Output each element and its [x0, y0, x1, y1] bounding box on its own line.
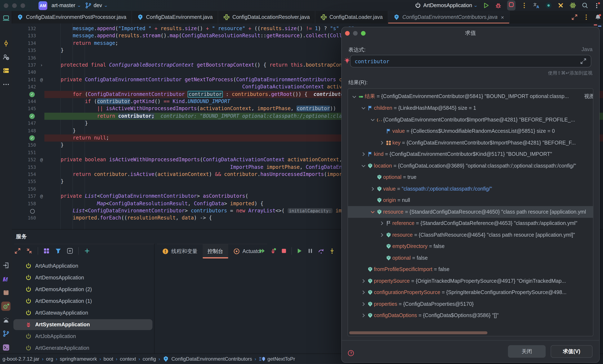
lightbulb-icon[interactable] — [344, 57, 350, 64]
chevron-right-icon[interactable] — [360, 290, 366, 295]
tree-row[interactable]: optional = false — [348, 252, 593, 264]
tab-ConfigDataEnvironmentContributors[interactable]: ConfigDataEnvironmentContributors.java× — [388, 11, 510, 23]
stop-icon[interactable] — [508, 1, 515, 8]
grid-icon[interactable] — [43, 247, 50, 254]
terminal-icon[interactable] — [1, 343, 11, 352]
breadcrumb-item-org[interactable]: org — [46, 356, 53, 362]
horizontal-scrollbar[interactable] — [349, 331, 487, 334]
tree-row[interactable]: resource = {ClassPathResource@4654} "cla… — [348, 229, 593, 241]
chevron-right-icon[interactable] — [370, 186, 376, 192]
view-link[interactable]: 视图 — [584, 93, 593, 100]
breadcrumb-item-config[interactable]: config — [143, 356, 156, 362]
evaluate-button[interactable]: 求值(V) — [551, 345, 592, 358]
close-icon[interactable]: × — [501, 14, 504, 20]
laptop-icon[interactable] — [1, 13, 11, 23]
breadcrumb-item-context[interactable]: context — [120, 356, 136, 362]
play-icon[interactable] — [483, 2, 489, 9]
breakpoint-verified-icon[interactable]: ✓ — [29, 114, 35, 119]
tree-row[interactable]: {..}{ConfigDataEnvironmentContributor$Im… — [348, 114, 593, 125]
more-icon[interactable] — [1, 80, 11, 89]
tab-ConfigDataEnvironmentPostProcessor[interactable]: ConfigDataEnvironmentPostProcessor.java — [12, 11, 132, 23]
fold-arrow-icon[interactable]: › — [38, 62, 44, 69]
tree-row[interactable]: value = "classpath:/;optional:classpath:… — [348, 183, 593, 195]
kebab-icon[interactable] — [583, 14, 590, 21]
service-item-ArtJobApplication[interactable]: ArtJobApplication — [13, 331, 152, 342]
debug-tab-控制台[interactable]: 控制台 — [202, 244, 228, 258]
breadcrumb-item-g-boot-2.7.12.jar[interactable]: g-boot-2.7.12.jar — [2, 356, 39, 362]
chevron-down-icon[interactable] — [360, 105, 366, 111]
mlogo-icon[interactable]: M — [1, 274, 11, 283]
step-into-icon[interactable] — [329, 247, 336, 254]
pause-icon[interactable] — [307, 247, 314, 254]
expand-field-icon[interactable] — [580, 58, 587, 65]
step-over-icon[interactable] — [318, 247, 325, 254]
bell-icon[interactable] — [595, 14, 601, 21]
kebab-dot-icon[interactable] — [594, 2, 601, 9]
tree-row[interactable]: optional = true — [348, 172, 593, 183]
run-config-selector[interactable]: ArtDemosApplication ⌄ — [414, 2, 477, 9]
tree-row[interactable]: children = {LinkedHashMap@5845} size = 1 — [348, 102, 593, 114]
tree-row[interactable]: configurationPropertySource = {SpringIte… — [348, 287, 593, 298]
service-item-ArtAuthApplication[interactable]: ArtAuthApplication — [13, 260, 152, 271]
breadcrumb-item-ConfigDataEnvironmentContributors[interactable]: ConfigDataEnvironmentContributors — [162, 356, 252, 362]
resume-all-icon[interactable] — [259, 247, 266, 254]
add-tab-icon[interactable] — [67, 247, 73, 254]
chevron-right-icon[interactable] — [360, 278, 366, 284]
tree-row[interactable]: configDataOptions = {ConfigData$Options@… — [348, 310, 593, 321]
breadcrumb-item-getNextToPr[interactable]: getNextToPr — [259, 356, 295, 362]
tree-row[interactable]: location = {ConfigDataLocation@3689} "op… — [348, 160, 593, 172]
stop-solid-icon[interactable] — [280, 247, 287, 254]
tree-row[interactable]: properties = {ConfigDataProperties@5170} — [348, 298, 593, 310]
debug-tab-线程和变量[interactable]: 线程和变量 — [157, 244, 202, 258]
tab-ConfigDataLoader[interactable]: ConfigDataLoader.java — [315, 11, 388, 23]
gutter-circle-icon[interactable] — [30, 209, 35, 214]
kebab-icon[interactable] — [521, 2, 528, 9]
tree-row[interactable]: 结果 = {ConfigDataEnvironmentContributor@5… — [348, 91, 593, 102]
window-zoom-button[interactable] — [21, 3, 25, 8]
branch-selector[interactable]: dev ⌄ — [85, 2, 107, 9]
panel-divider[interactable] — [154, 244, 154, 354]
chevron-down-icon[interactable] — [351, 94, 357, 100]
stop-tile[interactable] — [507, 0, 515, 11]
tree-row[interactable]: kind = {ConfigDataEnvironmentContributor… — [348, 149, 593, 160]
tree-row[interactable]: value = {Collections$UnmodifiableRandomA… — [348, 125, 593, 137]
service-item-ArtGenerateApplication[interactable]: ArtGenerateApplication — [13, 343, 152, 353]
chevron-right-icon[interactable] — [379, 221, 385, 226]
tree-row[interactable]: resource = {StandardConfigDataResource@4… — [348, 206, 593, 218]
breakpoint-verified-icon[interactable]: ✓ — [29, 135, 35, 141]
service-item-ArtDemosApplication (1)[interactable]: ArtDemosApplication (1) — [13, 296, 152, 307]
expression-input[interactable]: contributor — [350, 55, 591, 67]
chevron-right-icon[interactable] — [360, 301, 366, 307]
help-icon[interactable]: ? — [348, 350, 354, 356]
siren-icon[interactable] — [1, 316, 11, 325]
avatar[interactable]: AM — [38, 1, 47, 10]
chevron-right-icon[interactable] — [379, 140, 385, 146]
exit-icon[interactable] — [1, 260, 11, 270]
project-selector[interactable]: art-master ⌄ — [51, 2, 81, 8]
plugin-icon[interactable] — [545, 2, 552, 9]
service-item-ArtDemosApplication[interactable]: ArtDemosApplication — [13, 272, 152, 283]
expand-icon[interactable] — [14, 247, 21, 254]
funnel-icon[interactable] — [55, 247, 62, 254]
tab-ConfigDataLocationResolver[interactable]: ConfigDataLocationResolver.java — [218, 11, 315, 23]
community-icon[interactable]: ? — [1, 52, 11, 62]
tab-ConfigDataEnvironment[interactable]: ConfigDataEnvironment.java — [132, 11, 218, 23]
collapse-icon[interactable] — [26, 247, 33, 254]
chevron-down-icon[interactable] — [370, 117, 376, 123]
expand-icon[interactable] — [571, 14, 578, 21]
box-icon[interactable] — [1, 288, 11, 297]
window-close-button[interactable] — [4, 3, 8, 8]
breadcrumb-item-boot[interactable]: boot — [104, 356, 113, 362]
chevron-down-icon[interactable] — [360, 163, 366, 169]
service-item-ArtGatewayApplication[interactable]: ArtGatewayApplication — [13, 307, 152, 318]
chevron-right-icon[interactable] — [360, 313, 366, 318]
service-item-ArtDemosApplication (2)[interactable]: ArtDemosApplication (2) — [13, 284, 152, 295]
debug-icon[interactable] — [495, 2, 502, 9]
storage-icon[interactable] — [1, 66, 11, 75]
chevron-right-icon[interactable] — [360, 152, 366, 157]
rerun-debug-icon[interactable] — [270, 247, 276, 254]
search-icon[interactable] — [582, 2, 588, 9]
tools-icon[interactable] — [557, 2, 564, 9]
chevron-right-icon[interactable] — [379, 232, 385, 238]
service-item-ArtSystemApplication[interactable]: ArtSystemApplication — [13, 319, 152, 330]
